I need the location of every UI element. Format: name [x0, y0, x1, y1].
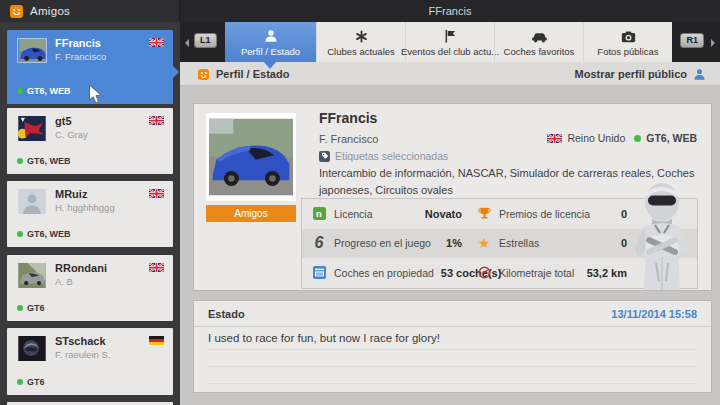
r1-shoulder-button[interactable]: R1 — [680, 33, 704, 48]
active-tab-pointer — [264, 62, 276, 69]
friend-name: RRondani — [55, 262, 107, 274]
selected-card-arrow — [173, 66, 179, 78]
friend-avatar — [17, 336, 47, 361]
car-icon — [531, 28, 548, 43]
page-title: FFrancis — [180, 0, 720, 22]
online-dot — [17, 379, 23, 385]
profile-meta: Reino Unido GT6, WEB — [547, 132, 697, 144]
friend-status-button[interactable]: Amigos — [206, 205, 296, 222]
divider — [194, 326, 711, 327]
tabs-next-arrow-icon[interactable] — [711, 39, 715, 47]
friends-sidebar: FFrancis F. Francisco GT6, WEB gt5 C. Gr… — [0, 22, 180, 405]
star-icon: ★ — [476, 235, 492, 251]
tabs-prev-arrow-icon[interactable] — [185, 39, 189, 47]
friend-status: GT6, WEB — [17, 156, 71, 166]
german-flag-icon — [149, 336, 164, 345]
friend-real-name: C. Gray — [55, 129, 88, 140]
status-date: 13/11/2014 15:58 — [611, 308, 697, 320]
friend-card-stschack[interactable]: STschack F. raeulein S. GT6 — [7, 328, 173, 395]
tab-eventos-del-club[interactable]: Eventos del club actu... — [405, 22, 494, 62]
friend-real-name: F. raeulein S. — [55, 349, 110, 360]
friend-avatar — [17, 116, 47, 141]
profile-country: Reino Unido — [567, 132, 625, 144]
online-dot — [17, 305, 23, 311]
flag-icon — [444, 28, 457, 43]
uk-flag-icon — [547, 134, 562, 143]
gt6-community-profile-screen: Amigos FFrancis FFrancis F. Francisco GT… — [0, 0, 720, 405]
tab-clubes-actuales[interactable]: Clubes actuales — [316, 22, 405, 62]
tab-coches-favoritos[interactable]: Coches favoritos — [494, 22, 583, 62]
friend-status: GT6 — [17, 377, 45, 387]
top-bar: Amigos FFrancis — [0, 0, 720, 22]
mouse-cursor — [88, 84, 103, 109]
friend-status: GT6, WEB — [17, 86, 71, 96]
racing-driver-figure — [622, 181, 702, 291]
friend-real-name: H. hgghhhggg — [55, 202, 115, 213]
gt6-progress-icon: 6 — [311, 235, 327, 251]
tab-perfil-estado[interactable]: Perfil / Estado — [225, 22, 316, 62]
sidebar-title: Amigos — [30, 5, 70, 17]
tab-fotos-publicas[interactable]: Fotos públicas — [583, 22, 672, 62]
tag-icon — [319, 151, 330, 162]
garage-icon — [311, 265, 327, 281]
ruled-line — [208, 383, 697, 384]
profile-real-name: F. Francisco — [319, 133, 378, 145]
friend-status: GT6 — [17, 303, 45, 313]
profile-avatar — [206, 113, 296, 201]
person-icon — [264, 28, 278, 43]
license-icon: n — [311, 206, 327, 222]
profile-status: GT6, WEB — [646, 132, 697, 144]
friend-name: FFrancis — [55, 37, 101, 49]
friend-card-gt5[interactable]: gt5 C. Gray GT6, WEB — [7, 108, 173, 174]
status-message: I used to race for fun, but now I race f… — [208, 332, 697, 344]
tab-strip: Perfil / Estado Clubes actuales Eventos … — [225, 22, 672, 62]
camera-icon — [621, 28, 636, 43]
friend-name: MRuiz — [55, 188, 87, 200]
club-icon — [355, 28, 368, 43]
uk-flag-icon — [149, 38, 164, 47]
friend-name: gt5 — [55, 115, 72, 127]
odometer-icon — [476, 265, 492, 281]
profile-name: FFrancis — [319, 110, 377, 126]
l1-shoulder-button[interactable]: L1 — [194, 33, 217, 48]
online-dot — [634, 135, 641, 142]
friend-name: STschack — [55, 335, 106, 347]
selected-tags-header: Etiquetas seleccionadas — [319, 150, 448, 162]
status-title: Estado — [208, 308, 245, 320]
ruled-line — [208, 366, 697, 367]
ruled-line — [208, 349, 697, 350]
uk-flag-icon — [149, 263, 164, 272]
friend-card-mruiz[interactable]: MRuiz H. hgghhhggg GT6, WEB — [7, 181, 173, 247]
friends-header: Amigos — [0, 0, 180, 22]
status-panel: Estado 13/11/2014 15:58 I used to race f… — [193, 300, 712, 393]
friend-real-name: A. B — [55, 276, 73, 287]
profile-panel: Amigos FFrancis F. Francisco Reino Unido… — [193, 103, 712, 291]
section-title: Perfil / Estado — [216, 68, 289, 80]
online-dot — [17, 231, 23, 237]
friend-avatar-placeholder — [17, 189, 47, 214]
friend-avatar — [17, 38, 47, 63]
section-sub-header: Perfil / Estado Mostrar perfil público — [180, 62, 720, 86]
uk-flag-icon — [149, 116, 164, 125]
trophy-icon — [476, 206, 492, 222]
friend-avatar — [17, 263, 47, 288]
public-profile-person-icon — [693, 68, 706, 81]
uk-flag-icon — [149, 189, 164, 198]
profile-tab-bar: L1 Perfil / Estado Clubes actuales Event… — [180, 22, 720, 62]
section-smiley-icon — [198, 69, 209, 80]
friend-status: GT6, WEB — [17, 229, 71, 239]
friend-real-name: F. Francisco — [55, 51, 106, 62]
online-dot — [17, 88, 23, 94]
friend-card-rrondani[interactable]: RRondani A. B GT6 — [7, 255, 173, 321]
online-dot — [17, 158, 23, 164]
friends-smiley-icon — [10, 5, 23, 18]
show-public-profile-link[interactable]: Mostrar perfil público — [575, 62, 706, 86]
